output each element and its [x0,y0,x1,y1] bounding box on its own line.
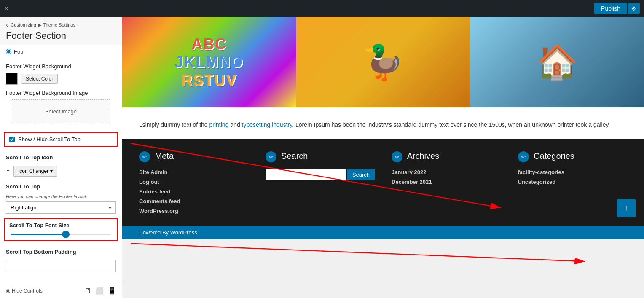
archives-edit-icon[interactable]: ✏ [392,151,402,162]
chevron-down-icon: ▾ [50,168,53,174]
sidebar-footer: ◉ Hide Controls 🖥 ⬜ 📱 [0,283,122,298]
search-widget: ✏ Search Search [266,151,375,217]
footer-widget-bg-section: Footer Widget Background Select Color [0,58,122,90]
search-form: Search [266,169,375,180]
footer-widget-bg-image-label: Footer Widget Background Image [6,90,116,96]
right-align-dropdown-container: Left align Center align Right align [0,201,122,214]
categories-widget-title: ✏ Categories [518,151,628,162]
icon-row: ↑ Icon Changer ▾ [0,163,122,179]
gallery-image-3: 🏠 [470,17,644,107]
publish-button[interactable]: Publish [594,3,627,14]
sidebar-content: Four Footer Widget Background Select Col… [0,45,122,298]
slider-thumb[interactable] [62,231,70,238]
hide-icon: ◉ [6,288,10,294]
footer-bar: Powered By WordPress [122,226,644,239]
radio-four-option[interactable]: Four [0,45,122,58]
sidebar: ‹ Customizing ▶ Theme Settings Footer Se… [0,17,122,298]
font-size-label: Scroll To Top Font Size [9,222,113,228]
search-widget-title: ✏ Search [266,151,375,162]
right-align-dropdown[interactable]: Left align Center align Right align [6,201,116,214]
font-size-section: Scroll To Top Font Size [4,218,118,241]
scroll-bottom-padding-title: Scroll Top Bottom Padding [0,244,122,258]
text-paragraph: Lsimply dummy text of the printing and t… [139,120,627,130]
color-swatch[interactable] [6,73,18,85]
radio-four-label: Four [14,48,25,55]
icon-changer-label: Icon Changer [18,168,48,174]
desktop-view-button[interactable]: 🖥 [84,287,91,295]
meta-widget-title: ✏ Meta [139,151,249,162]
categories-widget: ✏ Categories facility-categories Uncateg… [518,151,628,217]
uncategorized-link[interactable]: Uncategorized [518,179,628,185]
svg-line-2 [131,244,585,261]
breadcrumb-separator: ▶ [38,22,41,28]
text-section: Lsimply dummy text of the printing and t… [122,107,644,139]
image-upload-area[interactable]: Select image [12,99,110,123]
top-bar-actions: Publish ⚙ [594,3,640,14]
footer-dark: ✏ Meta Site Admin Log out Entries feed C… [122,139,644,226]
select-color-button[interactable]: Select Color [21,74,58,84]
settings-gear-button[interactable]: ⚙ [628,3,640,14]
tablet-view-button[interactable]: ⬜ [95,287,104,295]
footer-widget-bg-image-section: Footer Widget Background Image Select im… [0,90,122,129]
entries-feed-link[interactable]: Entries feed [139,188,249,195]
archives-widget-title: ✏ Archives [392,151,501,162]
breadcrumb: Customizing ▶ Theme Settings [11,22,75,28]
main-layout: ‹ Customizing ▶ Theme Settings Footer Se… [0,17,644,298]
powered-by-text: Powered By WordPress [139,229,197,236]
hide-controls-label: Hide Controls [12,288,43,294]
december-2021-link[interactable]: December 2021 [392,179,501,185]
log-out-link[interactable]: Log out [139,179,249,185]
footer-widget-bg-label: Footer Widget Background [6,63,116,70]
meta-edit-icon[interactable]: ✏ [139,151,150,162]
top-bar: × Publish ⚙ [0,0,644,17]
footer-widgets: ✏ Meta Site Admin Log out Entries feed C… [139,151,627,217]
gallery-image-1: ABC JKLMNO RSTUV [122,17,296,107]
close-button[interactable]: × [4,4,9,13]
mobile-view-button[interactable]: 📱 [108,287,116,295]
show-hide-scroll-label: Show / Hide Scroll To Top [18,136,80,142]
meta-widget: ✏ Meta Site Admin Log out Entries feed C… [139,151,249,217]
sidebar-header: ‹ Customizing ▶ Theme Settings Footer Se… [0,17,122,45]
icon-changer-button[interactable]: Icon Changer ▾ [13,166,57,177]
slider-fill [11,234,66,235]
scroll-bottom-padding-input[interactable] [6,260,116,272]
scroll-to-top-button[interactable]: ↑ [617,199,636,217]
printing-link[interactable]: printing [209,121,229,128]
radio-four-input[interactable] [6,49,11,54]
back-button[interactable]: ‹ [6,21,8,29]
facility-categories-link[interactable]: facility-categories [518,169,628,175]
wordpress-org-link[interactable]: WordPress.org [139,208,249,214]
search-button[interactable]: Search [347,169,375,180]
site-admin-link[interactable]: Site Admin [139,169,249,175]
scroll-top-icon-title: Scroll To Top Icon [0,150,122,163]
show-hide-scroll-checkbox[interactable] [9,137,15,142]
gallery-image-2: 🦆 [296,17,470,107]
hide-controls-button[interactable]: ◉ Hide Controls [6,288,43,294]
breadcrumb-customizing[interactable]: Customizing [11,22,36,27]
show-hide-scroll-section: Show / Hide Scroll To Top [4,132,118,147]
up-arrow-icon: ↑ [6,166,10,176]
color-row: Select Color [6,73,116,85]
scroll-helper-text: Here you can change the Footer layout. [0,192,122,201]
view-icons: 🖥 ⬜ 📱 [84,287,116,295]
sidebar-title: Footer Section [6,30,116,41]
categories-edit-icon[interactable]: ✏ [518,151,529,162]
scroll-to-top-title: Scroll To Top [0,179,122,192]
font-size-slider-track [11,234,111,235]
search-input[interactable] [266,169,346,180]
gallery-row: ABC JKLMNO RSTUV 🦆 🏠 [122,17,644,107]
search-edit-icon[interactable]: ✏ [266,151,276,162]
preview-area: ABC JKLMNO RSTUV 🦆 🏠 Lsimply dummy text … [122,17,644,298]
archives-widget: ✏ Archives January 2022 December 2021 [392,151,501,217]
breadcrumb-theme-settings[interactable]: Theme Settings [43,22,75,27]
typesetting-link[interactable]: typesetting industry [242,121,292,128]
january-2022-link[interactable]: January 2022 [392,169,501,175]
comments-feed-link[interactable]: Comments feed [139,198,249,204]
